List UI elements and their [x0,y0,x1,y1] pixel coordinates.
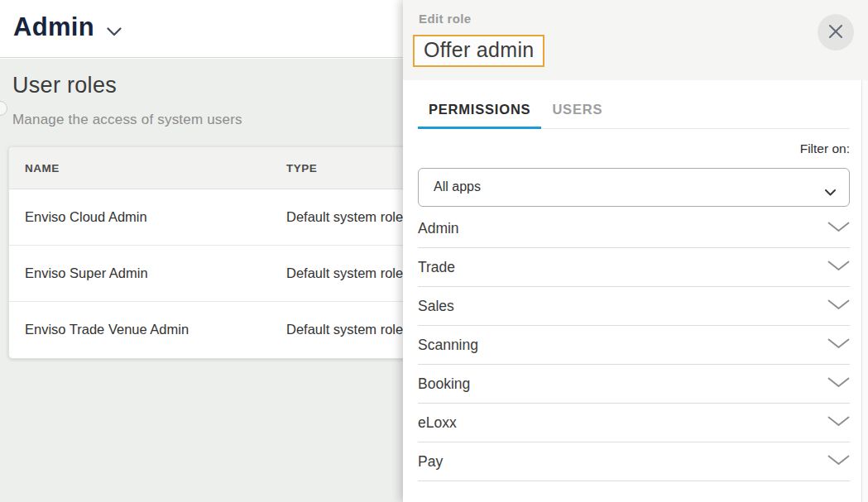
column-header-name: NAME [25,162,60,175]
chevron-down-icon [827,221,850,236]
edge-handle[interactable] [0,101,7,116]
group-label: Admin [418,220,459,237]
section-title: User roles [12,73,117,98]
group-row-pay[interactable]: Pay [418,442,850,481]
chevron-down-icon [827,260,850,275]
role-name-field[interactable]: Offer admin [413,35,544,67]
group-row-trade[interactable]: Trade [418,248,850,287]
group-row-scanning[interactable]: Scanning [418,326,850,365]
panel-scrollbar[interactable] [861,80,868,502]
role-name-cell: Enviso Super Admin [25,265,148,281]
section-subtitle: Manage the access of system users [12,112,242,128]
chevron-down-icon [827,376,850,391]
chevron-down-icon [827,415,850,430]
group-label: Scanning [418,337,478,354]
role-type-cell: Default system role [286,322,403,337]
chevron-down-icon [827,337,850,352]
edit-role-panel: Edit role Offer admin PERMISSIONS USERS … [403,0,868,502]
select-caret-icon [825,184,836,199]
group-row-eloxx[interactable]: eLoxx [418,404,850,442]
panel-header: Edit role Offer admin [403,0,868,80]
group-row-booking[interactable]: Booking [418,365,850,404]
chevron-down-icon [827,454,850,469]
chevron-down-icon [827,299,850,313]
group-row-sales[interactable]: Sales [418,287,850,326]
filter-on-label: Filter on: [421,141,850,156]
close-button[interactable] [818,14,854,50]
close-icon [827,22,845,43]
group-label: eLoxx [418,414,457,432]
tab-users[interactable]: USERS [541,97,613,128]
app-filter-select[interactable]: All apps [418,168,850,207]
role-type-cell: Default system role [286,265,403,281]
role-type-cell: Default system role [286,209,403,225]
tab-permissions[interactable]: PERMISSIONS [418,97,541,128]
app-filter-value: All apps [434,179,481,194]
group-label: Booking [418,375,470,393]
role-name-cell: Enviso Trade Venue Admin [25,322,189,337]
group-label: Trade [418,259,455,276]
group-label: Sales [418,298,454,315]
chevron-down-icon[interactable] [107,25,122,40]
column-header-type: TYPE [286,162,317,175]
panel-eyebrow: Edit role [419,12,472,26]
tab-bar: PERMISSIONS USERS [418,97,850,129]
permission-groups: Admin Trade Sales Scanning Booking eLoxx… [418,209,850,481]
group-row-admin[interactable]: Admin [418,209,850,248]
role-name-cell: Enviso Cloud Admin [25,209,147,225]
page-title: Admin [13,12,94,42]
group-label: Pay [418,453,443,471]
